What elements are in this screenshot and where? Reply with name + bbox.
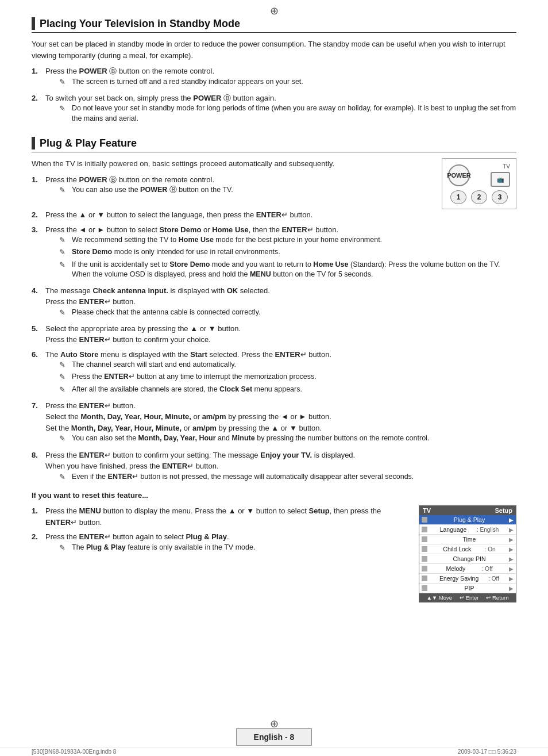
heading-bar — [32, 17, 35, 30]
setup-menu-screenshot: TV Setup Plug & Play ▶ Language : Englis… — [419, 505, 516, 603]
note-text: You can also use the POWER Ⓑ button on t… — [72, 185, 433, 195]
standby-item-1: 1. Press the POWER Ⓑ button on the remot… — [32, 66, 516, 89]
note-icon: ✎ — [59, 77, 70, 87]
section-heading-plug-play: Plug & Play Feature — [32, 137, 516, 152]
arrow-right: ▶ — [509, 527, 514, 533]
item-content: Press the ENTER↵ button again to select … — [45, 531, 410, 555]
setup-row-melody: Melody : Off ▶ — [419, 564, 516, 574]
remote-num-row: 1 2 3 — [448, 190, 510, 204]
setup-label: PIP — [465, 585, 474, 592]
note-item: ✎ Do not leave your set in standby mode … — [59, 103, 516, 124]
footer-return: ↩ Return — [486, 594, 508, 601]
note-item: ✎ After all the available channels are s… — [59, 385, 516, 395]
setup-value: : Off — [488, 575, 499, 582]
setup-icon — [422, 556, 427, 562]
note-icon: ✎ — [59, 308, 70, 318]
item-num: 2. — [32, 93, 43, 126]
plug-play-item-4: 4. The message Check antenna input. is d… — [32, 285, 516, 320]
setup-header-tv: TV — [423, 507, 431, 514]
note-item: ✎ Press the ENTER↵ button at any time to… — [59, 372, 516, 382]
reset-content: TV Setup Plug & Play ▶ Language : Englis… — [32, 505, 516, 603]
arrow-right: ▶ — [509, 566, 514, 572]
note-item: ✎ The screen is turned off and a red sta… — [59, 77, 516, 87]
setup-icon — [422, 546, 427, 552]
note-item: ✎ We recommend setting the TV to Home Us… — [59, 235, 516, 245]
plug-play-item-1: 1. Press the POWER Ⓑ button on the remot… — [32, 174, 433, 198]
page-label: English - 8 — [254, 732, 295, 742]
remote-power-btn: POWER — [448, 164, 470, 186]
note-icon: ✎ — [59, 385, 70, 395]
plug-play-item-3: 3. Press the ◄ or ► button to select Sto… — [32, 224, 516, 282]
remote-btn-2: 2 — [471, 190, 487, 204]
item-content: Press the ◄ or ► button to select Store … — [45, 224, 516, 282]
setup-icon — [422, 527, 427, 532]
note-icon: ✎ — [59, 235, 70, 245]
item-content: The message Check antenna input. is disp… — [45, 285, 516, 320]
setup-header-title: Setup — [495, 507, 512, 514]
item-content: Press the ENTER↵ button. Select the Mont… — [45, 400, 516, 446]
plug-play-item-6: 6. The Auto Store menu is displayed with… — [32, 349, 516, 397]
section-title-plug-play: Plug & Play Feature — [40, 137, 137, 149]
setup-value: : English — [477, 527, 499, 533]
note-item: ✎ The Plug & Play feature is only availa… — [59, 543, 410, 553]
setup-label: Child Lock — [443, 546, 471, 552]
setup-row-time: Time ▶ — [419, 535, 516, 544]
remote-top-row: POWER TV 📺 — [448, 163, 510, 187]
plug-play-item-7: 7. Press the ENTER↵ button. Select the M… — [32, 400, 516, 446]
note-item: ✎ If the unit is accidentally set to Sto… — [59, 260, 516, 280]
note-item: ✎ Even if the ENTER↵ button is not press… — [59, 472, 516, 482]
note-text: If the unit is accidentally set to Store… — [72, 260, 516, 280]
section-heading-standby: Placing Your Television in Standby Mode — [32, 17, 516, 33]
item-num: 2. — [32, 531, 43, 555]
note-item: ✎ The channel search will start and end … — [59, 360, 516, 370]
item-num: 1. — [32, 66, 43, 89]
reset-item-1: 1. Press the MENU button to display the … — [32, 505, 410, 528]
note-icon: ✎ — [59, 472, 70, 482]
setup-value: : On — [485, 546, 496, 552]
remote-tv-btn: 📺 — [491, 172, 510, 187]
item-num: 1. — [32, 505, 43, 528]
note-text: Do not leave your set in standby mode fo… — [72, 103, 516, 124]
note-text: We recommend setting the TV to Home Use … — [72, 235, 516, 245]
item-content: Press the POWER Ⓑ button on the remote c… — [45, 174, 433, 198]
item-num: 2. — [32, 209, 43, 221]
note-item: ✎ You can also set the Month, Day, Year,… — [59, 433, 516, 444]
plug-play-item-5: 5. Select the appropriate area by pressi… — [32, 323, 516, 346]
item-content: Press the MENU button to display the men… — [45, 505, 410, 528]
bottom-info-bar: [530]BN68-01983A-00Eng.indb 8 2009-03-17… — [0, 747, 548, 756]
setup-icon — [422, 536, 427, 542]
item-content: To switch your set back on, simply press… — [45, 93, 516, 126]
note-icon: ✎ — [59, 543, 70, 553]
footer-enter: ↵ Enter — [460, 594, 478, 601]
setup-icon — [422, 517, 427, 523]
setup-row-change-pin: Change PIN ▶ — [419, 554, 516, 564]
note-text: After all the available channels are sto… — [72, 385, 516, 395]
arrow-right: ▶ — [509, 546, 514, 552]
page-number-box: English - 8 — [236, 728, 312, 746]
plug-play-item-8: 8. Press the ENTER↵ button to confirm yo… — [32, 450, 516, 484]
setup-menu-footer: ▲▼ Move ↵ Enter ↩ Return — [419, 593, 516, 602]
setup-label: Change PIN — [453, 555, 485, 562]
remote-diagram: POWER TV 📺 1 2 3 — [442, 158, 516, 209]
intro-with-remote: POWER TV 📺 1 2 3 When the TV is initiall… — [32, 158, 516, 209]
section1-intro: Your set can be placed in standby mode i… — [32, 39, 516, 61]
setup-value: : Off — [482, 566, 493, 572]
standby-item-2: 2. To switch your set back on, simply pr… — [32, 93, 516, 126]
heading-bar-2 — [32, 137, 35, 149]
note-text: Even if the ENTER↵ button is not pressed… — [72, 472, 516, 482]
note-icon: ✎ — [59, 433, 70, 444]
arrow-right: ▶ — [509, 517, 514, 523]
setup-label: Melody — [446, 565, 465, 572]
page-footer: English - 8 — [0, 728, 548, 746]
reset-section: If you want to reset this feature... TV … — [32, 490, 516, 603]
setup-menu-header: TV Setup — [419, 506, 516, 515]
item-content: Press the ENTER↵ button to confirm your … — [45, 450, 516, 484]
note-icon: ✎ — [59, 260, 70, 280]
item-content: Press the POWER Ⓑ button on the remote c… — [45, 66, 516, 89]
section-standby: Placing Your Television in Standby Mode … — [32, 17, 516, 125]
tv-icon: 📺 — [497, 176, 504, 183]
note-icon: ✎ — [59, 360, 70, 370]
arrow-right: ▶ — [509, 536, 514, 543]
note-text: Please check that the antenna cable is c… — [72, 308, 516, 318]
plug-play-item-2: 2. Press the ▲ or ▼ button to select the… — [32, 209, 516, 221]
